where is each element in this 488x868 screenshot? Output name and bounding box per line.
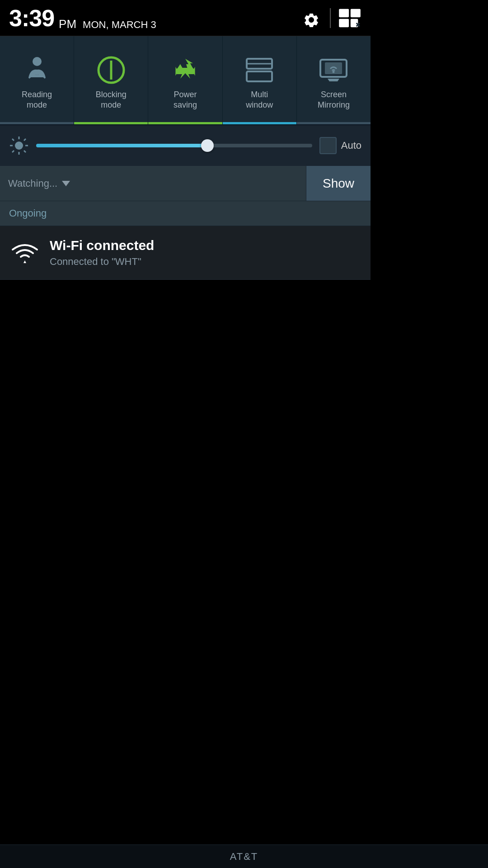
auto-checkbox-box[interactable]	[319, 137, 337, 154]
carrier-label: AT&T	[230, 851, 258, 863]
svg-line-23	[24, 139, 26, 141]
auto-brightness-toggle[interactable]: Auto	[319, 137, 361, 154]
auto-label: Auto	[341, 140, 361, 151]
notification-filter-row: Watching... Show	[0, 166, 371, 201]
brightness-row: Auto	[0, 125, 371, 166]
svg-line-22	[24, 151, 26, 152]
brightness-fill	[36, 144, 207, 147]
svg-rect-2	[339, 19, 349, 27]
settings-icon[interactable]	[301, 7, 323, 29]
svg-rect-7	[29, 75, 45, 77]
wifi-icon	[9, 237, 41, 269]
tile-screen-mirroring[interactable]: ScreenMirroring	[297, 36, 371, 124]
svg-point-15	[333, 71, 335, 73]
reading-mode-icon	[22, 55, 52, 85]
filter-placeholder: Watching...	[8, 178, 57, 189]
svg-point-6	[33, 57, 42, 66]
multi-window-bar	[223, 122, 296, 124]
wifi-notification-title: Wi-Fi connected	[50, 238, 361, 253]
ongoing-section-header: Ongoing	[0, 201, 371, 226]
svg-rect-0	[339, 9, 349, 17]
svg-rect-11	[247, 71, 272, 81]
quick-settings-panel: Readingmode Blockingmode Powersaving	[0, 36, 371, 125]
power-saving-icon	[170, 55, 200, 85]
power-saving-bar	[148, 122, 222, 124]
brightness-icon	[9, 136, 29, 156]
power-saving-label: Powersaving	[174, 90, 197, 110]
svg-point-16	[15, 142, 23, 150]
wifi-notification-subtitle: Connected to "WHT"	[50, 256, 361, 268]
screen-mirroring-bar	[297, 122, 371, 124]
screen-mirroring-label: ScreenMirroring	[318, 90, 350, 110]
ongoing-label: Ongoing	[9, 208, 47, 219]
tile-blocking-mode[interactable]: Blockingmode	[74, 36, 148, 124]
status-date: MON, MARCH 3	[83, 19, 156, 36]
bottom-bar: AT&T	[0, 844, 371, 868]
multiwindow-icon[interactable]	[338, 8, 361, 28]
brightness-thumb[interactable]	[201, 139, 214, 152]
status-icons	[301, 7, 361, 29]
tile-reading-mode[interactable]: Readingmode	[0, 36, 74, 124]
reading-mode-label: Readingmode	[22, 90, 52, 110]
blocking-mode-label: Blockingmode	[96, 90, 127, 110]
reading-mode-bar	[0, 122, 74, 124]
multi-window-icon	[244, 55, 274, 85]
show-notifications-button[interactable]: Show	[306, 166, 371, 201]
brightness-slider[interactable]	[36, 144, 312, 147]
wifi-notification[interactable]: Wi-Fi connected Connected to "WHT"	[0, 226, 371, 280]
status-bar: 3:39 PM MON, MARCH 3	[0, 0, 371, 36]
status-ampm: PM	[59, 17, 76, 36]
blocking-mode-icon	[96, 55, 126, 85]
screen-mirroring-icon	[319, 55, 348, 85]
svg-line-24	[12, 151, 14, 152]
tile-multi-window[interactable]: Multiwindow	[223, 36, 297, 124]
status-divider	[330, 8, 331, 28]
wifi-notification-text: Wi-Fi connected Connected to "WHT"	[50, 238, 361, 268]
status-time: 3:39	[9, 5, 54, 32]
svg-line-21	[12, 139, 14, 141]
blocking-mode-bar	[74, 122, 148, 124]
dropdown-arrow-icon	[62, 181, 70, 186]
tile-power-saving[interactable]: Powersaving	[148, 36, 222, 124]
svg-rect-1	[351, 9, 361, 17]
multi-window-label: Multiwindow	[246, 90, 273, 110]
notification-filter-dropdown[interactable]: Watching...	[0, 166, 306, 201]
